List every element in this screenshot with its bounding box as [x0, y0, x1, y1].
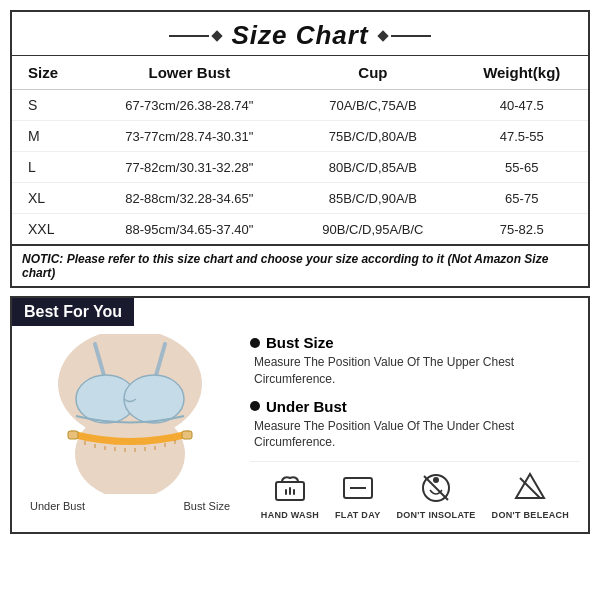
best-for-you-header: Best For You	[12, 298, 134, 326]
cell-weight: 55-65	[455, 152, 588, 183]
care-flat-day: FLAT DAY	[335, 470, 380, 520]
cell-cup: 80B/C/D,85A/B	[290, 152, 455, 183]
cell-cup: 75B/C/D,80A/B	[290, 121, 455, 152]
cell-size: S	[12, 90, 88, 121]
cell-cup: 85B/C/D,90A/B	[290, 183, 455, 214]
best-for-you-title: Best For You	[24, 303, 122, 320]
left-line	[169, 35, 209, 37]
table-header-row: Size Lower Bust Cup Weight(kg)	[12, 56, 588, 90]
bust-size-label: Bust Size	[184, 500, 230, 512]
left-diamond	[212, 30, 223, 41]
svg-point-5	[124, 375, 184, 423]
cell-weight: 40-47.5	[455, 90, 588, 121]
cell-bust: 73-77cm/28.74-30.31"	[88, 121, 290, 152]
no-insolate-label: DON'T INSOLATE	[396, 510, 475, 520]
under-bust-title-text: Under Bust	[266, 398, 347, 415]
size-chart-title-row: Size Chart	[12, 12, 588, 56]
no-bleach-label: DON'T BELEACH	[492, 510, 570, 520]
notice-text: NOTIC: Please refer to this size chart a…	[22, 252, 548, 280]
bust-size-desc: Measure The Position Value Of The Upper …	[250, 354, 580, 388]
bfy-illustration: Under Bust Bust Size	[20, 334, 240, 524]
no-insolate-icon	[418, 470, 454, 506]
cell-cup: 90B/C/D,95A/B/C	[290, 214, 455, 245]
col-weight: Weight(kg)	[455, 56, 588, 90]
cell-cup: 70A/B/C,75A/B	[290, 90, 455, 121]
flat-day-icon	[340, 470, 376, 506]
cell-bust: 77-82cm/30.31-32.28"	[88, 152, 290, 183]
hand-wash-icon	[272, 470, 308, 506]
cell-bust: 82-88cm/32.28-34.65"	[88, 183, 290, 214]
table-row: M 73-77cm/28.74-30.31" 75B/C/D,80A/B 47.…	[12, 121, 588, 152]
right-decorators	[379, 32, 431, 40]
col-size: Size	[12, 56, 88, 90]
size-chart-section: Size Chart Size Lower Bust Cup Weight(kg…	[10, 10, 590, 288]
right-diamond	[377, 30, 388, 41]
right-line	[391, 35, 431, 37]
bust-size-title: Bust Size	[250, 334, 580, 351]
bust-size-measurement: Bust Size Measure The Position Value Of …	[250, 334, 580, 388]
best-for-you-section: Best For You	[10, 296, 590, 534]
care-no-insolate: DON'T INSOLATE	[396, 470, 475, 520]
cell-size: XL	[12, 183, 88, 214]
table-row: L 77-82cm/30.31-32.28" 80B/C/D,85A/B 55-…	[12, 152, 588, 183]
no-bleach-icon	[512, 470, 548, 506]
cell-weight: 75-82.5	[455, 214, 588, 245]
table-row: XXL 88-95cm/34.65-37.40" 90B/C/D,95A/B/C…	[12, 214, 588, 245]
under-bust-bullet	[250, 401, 260, 411]
bust-size-title-text: Bust Size	[266, 334, 334, 351]
page-wrapper: Size Chart Size Lower Bust Cup Weight(kg…	[0, 0, 600, 544]
cell-size: M	[12, 121, 88, 152]
under-bust-desc: Measure The Position Value Of The Under …	[250, 418, 580, 452]
cell-weight: 47.5-55	[455, 121, 588, 152]
svg-rect-16	[68, 431, 78, 439]
size-table: Size Lower Bust Cup Weight(kg) S 67-73cm…	[12, 56, 588, 244]
table-row: S 67-73cm/26.38-28.74" 70A/B/C,75A/B 40-…	[12, 90, 588, 121]
bfy-content: Under Bust Bust Size Bust Size Measure T…	[12, 326, 588, 532]
cell-bust: 67-73cm/26.38-28.74"	[88, 90, 290, 121]
notice-row: NOTIC: Please refer to this size chart a…	[12, 244, 588, 286]
flat-day-label: FLAT DAY	[335, 510, 380, 520]
col-cup: Cup	[290, 56, 455, 90]
care-no-bleach: DON'T BELEACH	[492, 470, 570, 520]
size-chart-title: Size Chart	[231, 20, 368, 51]
care-hand-wash: HAND WASH	[261, 470, 319, 520]
table-row: XL 82-88cm/32.28-34.65" 85B/C/D,90A/B 65…	[12, 183, 588, 214]
svg-rect-17	[182, 431, 192, 439]
under-bust-measurement: Under Bust Measure The Position Value Of…	[250, 398, 580, 452]
svg-point-23	[433, 477, 439, 483]
under-bust-title: Under Bust	[250, 398, 580, 415]
cell-bust: 88-95cm/34.65-37.40"	[88, 214, 290, 245]
svg-line-25	[520, 478, 540, 498]
under-bust-label: Under Bust	[30, 500, 85, 512]
svg-marker-24	[516, 474, 544, 498]
cell-size: L	[12, 152, 88, 183]
left-decorators	[169, 32, 221, 40]
bust-size-bullet	[250, 338, 260, 348]
bfy-labels: Under Bust Bust Size	[20, 498, 240, 512]
bra-illustration-svg	[20, 334, 240, 494]
cell-size: XXL	[12, 214, 88, 245]
cell-weight: 65-75	[455, 183, 588, 214]
care-icons-row: HAND WASH FLAT DAY	[250, 461, 580, 524]
col-lower-bust: Lower Bust	[88, 56, 290, 90]
bfy-text: Bust Size Measure The Position Value Of …	[250, 334, 580, 524]
hand-wash-label: HAND WASH	[261, 510, 319, 520]
